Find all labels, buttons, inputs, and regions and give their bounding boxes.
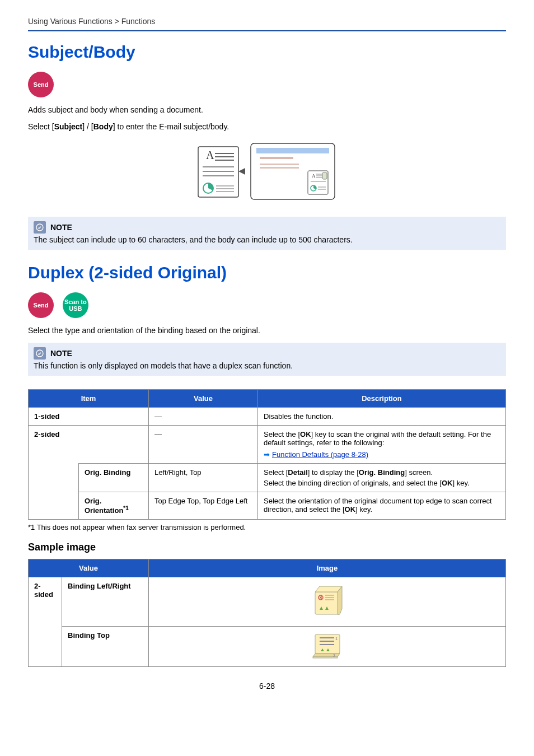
label-ok: OK	[442, 479, 453, 487]
text: ] key.	[355, 505, 372, 514]
cell-spacer	[29, 492, 79, 520]
binding-top-icon: 1 2	[311, 632, 344, 659]
link-arrow-icon: ➡	[264, 450, 270, 459]
table-row: 1-sided — Disables the function.	[29, 408, 506, 426]
svg-rect-14	[260, 157, 293, 159]
subject-body-diagram: A A	[28, 140, 506, 203]
cell-spacer	[29, 464, 79, 492]
breadcrumb: Using Various Functions > Functions	[28, 17, 506, 30]
subject-body-select: Select [Subject] / [Body] to enter the E…	[28, 122, 506, 131]
cell-sub: Binding Left/Right	[62, 577, 149, 627]
label-orig-binding: Orig. Binding	[359, 468, 405, 477]
table-row: Orig. Orientation*1 Top Edge Top, Top Ed…	[29, 492, 506, 520]
cell-value: —	[149, 426, 258, 464]
th-desc: Description	[258, 390, 506, 408]
th-image: Image	[149, 559, 506, 577]
note-label: NOTE	[50, 223, 72, 232]
note-label: NOTE	[50, 349, 72, 358]
text: ] to display the [	[308, 468, 359, 477]
sample-image-table: Value Image 2-sided Binding Left/Right	[28, 559, 506, 667]
svg-text:A: A	[206, 149, 214, 161]
svg-text:1: 1	[335, 636, 338, 641]
cell-value: —	[149, 408, 258, 426]
cell-value: Left/Right, Top	[149, 464, 258, 492]
svg-rect-22	[322, 172, 327, 179]
text: Select [	[264, 468, 288, 477]
label-subject: Subject	[54, 122, 83, 131]
table-row: 2-sided — Select the [OK] key to scan th…	[29, 426, 506, 464]
text: Select the orientation of the original d…	[264, 497, 492, 514]
link-function-defaults[interactable]: Function Defaults (page 8-28)	[272, 450, 368, 459]
text: Select the [	[264, 430, 300, 438]
item-label: Orig. Orientation	[85, 497, 123, 515]
cell-item: Orig. Binding	[79, 464, 149, 492]
label-detail: Detail	[288, 468, 307, 477]
label-body: Body	[93, 122, 113, 131]
cell-desc: Select the orientation of the original d…	[258, 492, 506, 520]
svg-rect-15	[260, 164, 299, 165]
cell-item: 1-sided	[29, 408, 149, 426]
note-body: The subject can include up to 60 charact…	[34, 235, 500, 244]
cell-item: Orig. Orientation*1	[79, 492, 149, 520]
cell-item: 2-sided	[29, 426, 149, 464]
cell-desc: Select [Detail] to display the [Orig. Bi…	[258, 464, 506, 492]
cell-image: 1 2	[149, 627, 506, 667]
svg-rect-0	[198, 147, 238, 197]
cell-desc: Select the [OK] key to scan the original…	[258, 426, 506, 464]
footnote: *1 This does not appear when fax server …	[28, 523, 506, 531]
text: ] screen.	[405, 468, 433, 477]
cell-value: Top Edge Top, Top Edge Left	[149, 492, 258, 520]
svg-marker-38	[313, 654, 340, 657]
note-icon	[34, 221, 46, 234]
subject-body-intro: Adds subject and body when sending a doc…	[28, 105, 506, 114]
text: ] / [	[82, 122, 93, 131]
cell-main: 2-sided	[29, 577, 62, 627]
sample-image-heading: Sample image	[28, 542, 506, 553]
svg-rect-13	[256, 148, 329, 153]
label-ok: OK	[300, 430, 311, 438]
svg-text:2: 2	[333, 654, 335, 657]
label-ok: OK	[345, 505, 356, 514]
send-badge: Send	[28, 292, 54, 318]
text: ] key.	[452, 479, 469, 487]
th-value: Value	[149, 390, 258, 408]
note-box-subject: NOTE The subject can include up to 60 ch…	[28, 217, 506, 250]
divider	[28, 30, 506, 31]
send-badge: Send	[28, 72, 54, 97]
heading-duplex: Duplex (2-sided Original)	[28, 263, 506, 282]
heading-subject-body: Subject/Body	[28, 43, 506, 62]
footnote-ref: *1	[123, 505, 128, 511]
note-body: This function is only displayed on model…	[34, 361, 500, 370]
scan-to-usb-badge: Scan to USB	[63, 292, 88, 318]
note-icon	[34, 347, 46, 360]
duplex-table: Item Value Description 1-sided — Disable…	[28, 389, 506, 520]
duplex-intro: Select the type and orientation of the b…	[28, 326, 506, 335]
svg-rect-16	[260, 167, 299, 169]
page-number: 6-28	[28, 682, 506, 690]
text: Select [	[28, 122, 54, 131]
note-box-duplex: NOTE This function is only displayed on …	[28, 343, 506, 376]
text: ] to enter the E-mail subject/body.	[113, 122, 229, 131]
table-row: Orig. Binding Left/Right, Top Select [De…	[29, 464, 506, 492]
cell-image	[149, 577, 506, 627]
th-value: Value	[29, 559, 149, 577]
svg-text:A: A	[312, 173, 316, 179]
th-item: Item	[29, 390, 149, 408]
table-row: 2-sided Binding Left/Right	[29, 577, 506, 627]
badge-row: Send Scan to USB	[28, 292, 506, 318]
cell-sub: Binding Top	[62, 627, 149, 667]
table-row: Binding Top 1 2	[29, 627, 506, 667]
cell-desc: Disables the function.	[258, 408, 506, 426]
badge-row: Send	[28, 72, 506, 97]
binding-left-right-icon	[312, 585, 343, 617]
cell-spacer	[29, 627, 62, 667]
text: Select the binding direction of original…	[264, 479, 442, 487]
